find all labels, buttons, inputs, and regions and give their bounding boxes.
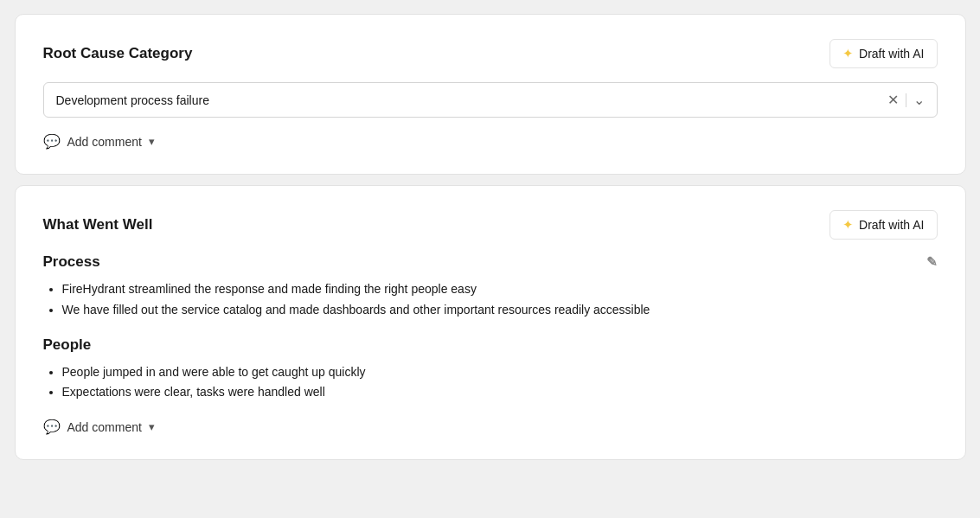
process-bullet-2: We have filled out the service catalog a… (62, 300, 938, 321)
process-heading-row: Process ✎ (43, 253, 938, 271)
comment-icon-1: 💬 (43, 133, 61, 150)
sparkle-icon-1: ✦ (842, 46, 854, 61)
sparkle-icon-2: ✦ (842, 217, 854, 233)
root-cause-select[interactable]: Development process failure ✕ ⌄ (43, 82, 938, 118)
people-section: People People jumped in and were able to… (43, 336, 938, 404)
process-section: Process ✎ FireHydrant streamlined the re… (43, 253, 938, 321)
process-bullet-1: FireHydrant streamlined the response and… (62, 279, 938, 300)
dropdown-chevron-icon[interactable]: ⌄ (913, 92, 925, 108)
add-comment-row-2[interactable]: 💬 Add comment ▾ (43, 419, 938, 435)
draft-ai-label-2: Draft with AI (859, 218, 924, 232)
card-header-what-went-well: What Went Well ✦ Draft with AI (43, 210, 938, 240)
add-comment-chevron-1: ▾ (149, 135, 155, 148)
process-bullets: FireHydrant streamlined the response and… (43, 279, 938, 321)
clear-icon[interactable]: ✕ (887, 92, 899, 108)
people-heading-row: People (43, 336, 938, 354)
people-bullets: People jumped in and were able to get ca… (43, 362, 938, 404)
process-heading: Process (43, 253, 100, 271)
root-cause-card: Root Cause Category ✦ Draft with AI Deve… (15, 14, 966, 175)
comment-icon-2: 💬 (43, 419, 61, 435)
root-cause-title: Root Cause Category (43, 45, 193, 62)
process-edit-icon[interactable]: ✎ (926, 254, 938, 270)
add-comment-row-1[interactable]: 💬 Add comment ▾ (43, 133, 938, 150)
card-header-root-cause: Root Cause Category ✦ Draft with AI (43, 39, 938, 68)
people-bullet-1: People jumped in and were able to get ca… (62, 362, 938, 383)
people-heading: People (43, 336, 92, 354)
draft-ai-label-1: Draft with AI (859, 47, 924, 61)
draft-ai-button-2[interactable]: ✦ Draft with AI (829, 210, 937, 240)
select-divider (906, 93, 906, 107)
draft-ai-button-1[interactable]: ✦ Draft with AI (829, 39, 937, 68)
select-value: Development process failure (56, 93, 887, 107)
add-comment-chevron-2: ▾ (149, 420, 155, 433)
select-actions: ✕ ⌄ (887, 92, 925, 108)
what-went-well-title: What Went Well (43, 216, 153, 233)
add-comment-label-1: Add comment (67, 135, 142, 149)
add-comment-label-2: Add comment (67, 420, 142, 434)
people-bullet-2: Expectations were clear, tasks were hand… (62, 382, 938, 403)
what-went-well-card: What Went Well ✦ Draft with AI Process ✎… (15, 185, 966, 460)
